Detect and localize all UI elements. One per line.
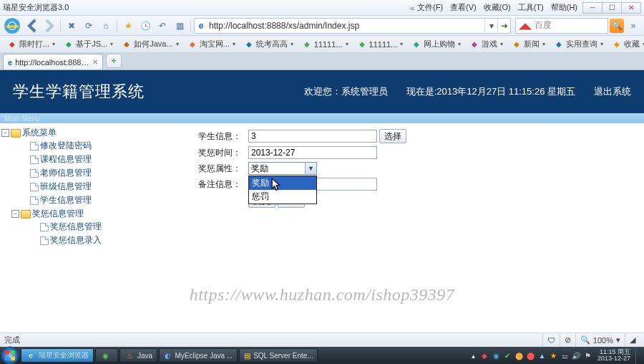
tray-icon[interactable]: ◆ <box>480 351 489 360</box>
sidebar-item-label[interactable]: 班级信息管理 <box>40 181 92 193</box>
input-time[interactable] <box>248 146 377 159</box>
taskbar-task[interactable]: ◐MyEclipse Java ... <box>159 348 238 363</box>
bookmark-item[interactable]: ◆统考高高▾ <box>240 37 298 52</box>
taskbar-task[interactable]: ♨Java <box>119 348 157 363</box>
svg-rect-3 <box>5 350 9 355</box>
select-option-1[interactable]: 惩罚 <box>249 190 316 203</box>
show-desktop-button[interactable] <box>635 347 641 364</box>
bookmark-item[interactable]: ◆基于JS...▾ <box>59 37 117 52</box>
tree-root-label[interactable]: 系统菜单 <box>22 127 57 139</box>
tree-root[interactable]: − 系统菜单 <box>1 127 113 139</box>
address-input[interactable] <box>208 21 484 31</box>
browser-logo-icon <box>3 16 21 35</box>
tab-close-icon[interactable]: ✕ <box>92 58 98 66</box>
sidebar-item[interactable]: 修改登陆密码 <box>11 140 113 152</box>
sidebar-item-label[interactable]: 奖惩信息管理 <box>32 208 84 220</box>
status-zoom[interactable]: 🔍 100% ▾ <box>575 333 625 347</box>
select-arrow-icon[interactable]: ▼ <box>305 163 316 174</box>
tab-active[interactable]: e http://localhost:8888/xs/... ✕ <box>3 54 103 70</box>
tray-icon[interactable]: ◉ <box>492 351 501 360</box>
menu-file[interactable]: 文件(F) <box>417 2 443 13</box>
bookmark-item[interactable]: ◆新闻▾ <box>507 37 550 52</box>
bookmark-item[interactable]: ◆淘宝网...▾ <box>183 37 240 52</box>
tray-icon[interactable]: ✔ <box>503 351 512 360</box>
select-option-0[interactable]: 奖励 <box>249 176 316 190</box>
nav-reload-button[interactable]: ⟳ <box>81 18 97 34</box>
sidebar-item[interactable]: 奖惩信息录入 <box>21 234 113 246</box>
bookmark-item[interactable]: ◆收藏▾ <box>608 37 644 52</box>
input-student[interactable] <box>248 130 377 143</box>
nav-home-button[interactable]: ⌂ <box>98 18 114 34</box>
nav-stop-button[interactable]: ✖ <box>64 18 79 34</box>
search-button[interactable]: 🔍 <box>610 19 624 33</box>
select-attr[interactable]: 奖励 ▼ 奖励 惩罚 <box>248 162 317 175</box>
window-maximize-button[interactable]: ☐ <box>602 2 622 14</box>
sidebar-item-label[interactable]: 老师信息管理 <box>40 167 92 179</box>
bookmark-item[interactable]: ◆实用查询▾ <box>550 37 608 52</box>
bookmark-item[interactable]: ◆网上购物▾ <box>407 37 465 52</box>
new-tab-button[interactable]: + <box>106 54 122 68</box>
choose-button[interactable]: 选择 <box>379 129 406 143</box>
tree-collapse-icon[interactable]: − <box>1 129 9 137</box>
sidebar-item-label[interactable]: 课程信息管理 <box>40 153 92 166</box>
nav-forward-button[interactable] <box>42 18 57 34</box>
sidebar-item[interactable]: 学生信息管理 <box>11 194 113 206</box>
folder-icon <box>21 210 31 219</box>
sidebar-item[interactable]: 课程信息管理 <box>11 153 113 166</box>
bookmark-item[interactable]: ◆限时打...▾ <box>3 37 59 52</box>
app-banner: 学生学籍管理系统 欢迎您：系统管理员 现在是:2013年12月27日 11:15… <box>0 70 644 113</box>
tray-icon[interactable]: ▲ <box>537 351 547 360</box>
tray-volume-icon[interactable]: 🔊 <box>572 351 581 360</box>
nav-history-button[interactable]: 🕓 <box>137 18 153 34</box>
menu-expand-icon[interactable]: « <box>410 4 414 12</box>
menu-view[interactable]: 查看(V) <box>450 2 477 13</box>
address-go-button[interactable]: ➜ <box>497 19 510 33</box>
window-close-button[interactable]: ✕ <box>621 2 641 14</box>
logout-link[interactable]: 退出系统 <box>594 85 631 98</box>
tray-flag-icon[interactable]: ⚑ <box>583 351 592 360</box>
address-bar[interactable]: e ▾ ➜ <box>194 18 511 34</box>
content-area: 学生信息： 选择 奖惩时间： 奖惩属性： 奖励 ▼ <box>114 123 644 332</box>
nav-popup-button[interactable]: ▦ <box>172 18 187 34</box>
tree-collapse-icon[interactable]: − <box>11 210 19 218</box>
bookmark-item[interactable]: ◆11111...▾ <box>298 37 353 52</box>
taskbar-clock[interactable]: 11:15 周五 2013-12-27 <box>595 349 633 362</box>
tray-icon[interactable]: ⬤ <box>514 351 524 360</box>
bookmark-item[interactable]: ◆如何Java...▾ <box>117 37 182 52</box>
sidebar-item-label[interactable]: 奖惩信息录入 <box>50 234 102 246</box>
sidebar-item[interactable]: 班级信息管理 <box>11 181 113 193</box>
tray-icon[interactable]: ★ <box>549 351 558 360</box>
taskbar-task[interactable]: e瑞星安全浏览器 <box>21 348 94 363</box>
sidebar-item[interactable]: 老师信息管理 <box>11 167 113 179</box>
toolbar-more-icon[interactable]: » <box>625 18 641 34</box>
search-box[interactable]: ◢◣ 百度 <box>515 18 608 34</box>
sidebar-item[interactable]: 奖惩信息管理 <box>21 221 113 233</box>
tray-icon[interactable]: ⬤ <box>526 351 535 360</box>
menu-help[interactable]: 帮助(H) <box>551 2 577 13</box>
nav-undo-button[interactable]: ↶ <box>155 18 170 34</box>
bookmark-label: 淘宝网... <box>200 39 230 49</box>
nav-fav-button[interactable]: ★ <box>120 18 136 34</box>
chevron-down-icon: ▾ <box>346 41 348 47</box>
taskbar-task[interactable]: ◉ <box>95 348 118 363</box>
status-resize-icon[interactable]: ◢ <box>625 333 640 347</box>
tray-network-icon[interactable]: ⚍ <box>560 351 570 360</box>
start-button[interactable] <box>0 347 20 364</box>
nav-back-button[interactable] <box>24 18 40 34</box>
menu-fav[interactable]: 收藏(O) <box>484 2 511 13</box>
now-text: 现在是:2013年12月27日 11:15:26 星期五 <box>406 85 575 98</box>
sidebar-item-label[interactable]: 学生信息管理 <box>40 194 92 206</box>
bookmark-item[interactable]: ◆游戏▾ <box>465 37 507 52</box>
tray-expand-icon[interactable]: ▴ <box>469 351 478 360</box>
status-popup-icon: ⊘ <box>560 333 575 347</box>
sidebar-item-label[interactable]: 奖惩信息管理 <box>50 221 102 233</box>
window-minimize-button[interactable]: ─ <box>582 2 602 14</box>
address-dropdown-icon[interactable]: ▾ <box>484 19 497 33</box>
menu-tools[interactable]: 工具(T) <box>518 2 544 13</box>
sidebar-item-branch[interactable]: −奖惩信息管理 <box>11 208 113 220</box>
bookmark-icon: ◆ <box>612 39 622 49</box>
sidebar-item-label[interactable]: 修改登陆密码 <box>40 140 92 152</box>
bookmark-item[interactable]: ◆11111...▾ <box>353 37 408 52</box>
taskbar-task[interactable]: ▤SQL Server Ente... <box>239 348 318 363</box>
bookmark-icon: ◆ <box>302 39 312 49</box>
